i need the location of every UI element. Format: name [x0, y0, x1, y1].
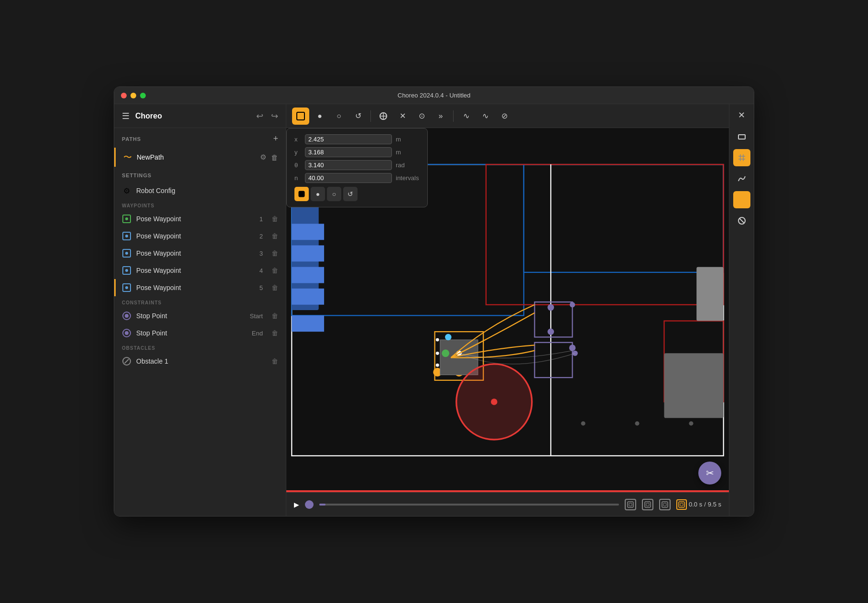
- svg-rect-46: [662, 502, 668, 507]
- waypoint-delete-3[interactable]: 🗑: [271, 249, 278, 257]
- waypoint-item-2[interactable]: Pose Waypoint 2 🗑: [114, 227, 286, 245]
- svg-rect-55: [738, 196, 745, 203]
- tool-noentry-button[interactable]: ⊘: [496, 108, 513, 125]
- content-area: ● ○ ↺ ✕ ⊙ » ∿ ∿ ⊘: [286, 104, 729, 516]
- timeline-marker-3[interactable]: [659, 499, 671, 510]
- menu-icon[interactable]: ☰: [122, 111, 130, 121]
- svg-point-24: [442, 349, 449, 357]
- tool-circle-outline-button[interactable]: ○: [330, 108, 347, 125]
- constraint-label-start: Stop Point: [136, 312, 245, 320]
- title-bar: Choreo 2024.0.4 - Untitled: [114, 87, 754, 104]
- constraint-delete-end[interactable]: 🗑: [271, 329, 278, 337]
- play-button[interactable]: ▶: [294, 501, 299, 508]
- add-path-button[interactable]: +: [273, 134, 278, 144]
- tool-chartline-button[interactable]: ∿: [477, 108, 494, 125]
- timeline-time-display: 0.0 s / 9.5 s: [676, 499, 721, 510]
- popup-theta-input[interactable]: [305, 160, 392, 170]
- tool-fastforward-button[interactable]: »: [432, 108, 449, 125]
- nav-icons: ↩ ↪: [256, 111, 278, 121]
- obstacle-delete-1[interactable]: 🗑: [271, 357, 278, 365]
- path-item-newpath[interactable]: 〜 NewPath ⚙ 🗑: [114, 148, 286, 167]
- popup-rotate-button[interactable]: ↺: [343, 187, 358, 201]
- waypoint-item-5[interactable]: Pose Waypoint 5 🗑: [114, 279, 286, 296]
- robot-config-item[interactable]: ⚙ Robot Config: [114, 182, 286, 199]
- maximize-button[interactable]: [140, 93, 146, 98]
- app-name: Choreo: [135, 112, 162, 120]
- popup-x-row: x m: [294, 134, 420, 144]
- close-button[interactable]: [121, 93, 127, 98]
- waypoint-item-3[interactable]: Pose Waypoint 3 🗑: [114, 245, 286, 262]
- robot-config-icon: ⚙: [122, 186, 131, 195]
- paths-section-header: PATHS +: [114, 128, 286, 148]
- svg-point-35: [491, 398, 498, 405]
- fab-button[interactable]: ✂: [698, 462, 721, 485]
- svg-rect-19: [664, 353, 723, 418]
- viewport[interactable]: x m y m θ rad n: [286, 128, 729, 492]
- path-name: NewPath: [137, 153, 255, 161]
- popup-theta-label: θ: [294, 162, 301, 169]
- sidebar-header: ☰ Choreo ↩ ↪: [114, 104, 286, 128]
- timeline-track[interactable]: [319, 504, 619, 506]
- popup-x-label: x: [294, 136, 301, 143]
- popup-x-input[interactable]: [305, 134, 392, 144]
- constraint-delete-start[interactable]: 🗑: [271, 312, 278, 320]
- waypoints-label: WAYPOINTS: [114, 199, 286, 210]
- constraint-stop-start[interactable]: Stop Point Start 🗑: [114, 307, 286, 324]
- popup-n-row: n intervals: [294, 173, 420, 183]
- tool-record-button[interactable]: ⊙: [413, 108, 430, 125]
- waypoint-delete-2[interactable]: 🗑: [271, 232, 278, 240]
- svg-rect-44: [645, 502, 651, 507]
- waypoint-item-1[interactable]: Pose Waypoint 1 🗑: [114, 210, 286, 227]
- tool-compass-button[interactable]: [375, 108, 392, 125]
- waypoint-icon-3: [122, 248, 131, 258]
- app-window: Choreo 2024.0.4 - Untitled ☰ Choreo ↩ ↪ …: [114, 86, 754, 517]
- sidebar: ☰ Choreo ↩ ↪ PATHS + 〜 NewPath: [114, 104, 286, 516]
- svg-rect-45: [646, 503, 649, 506]
- svg-rect-50: [738, 135, 745, 139]
- popup-n-input[interactable]: [305, 173, 392, 183]
- popup-select-button[interactable]: [294, 187, 309, 201]
- undo-icon[interactable]: ↩: [256, 111, 263, 121]
- svg-rect-13: [292, 224, 324, 240]
- right-tool-waypoint[interactable]: [733, 191, 750, 208]
- tool-close-button[interactable]: ✕: [394, 108, 411, 125]
- svg-rect-4: [299, 191, 304, 197]
- tool-rotate-button[interactable]: ↺: [349, 108, 367, 125]
- right-tool-grid[interactable]: [733, 149, 750, 166]
- minimize-button[interactable]: [130, 93, 136, 98]
- waypoint-item-4[interactable]: Pose Waypoint 4 🗑: [114, 262, 286, 279]
- redo-icon[interactable]: ↪: [271, 111, 278, 121]
- tool-circle-filled-button[interactable]: ●: [311, 108, 328, 125]
- timeline-marker-2[interactable]: [642, 499, 653, 510]
- toolbar-separator-2: [453, 110, 454, 122]
- right-tool-noentry[interactable]: [733, 212, 750, 229]
- stop-point-end-icon: [122, 328, 131, 338]
- path-settings-button[interactable]: ⚙: [260, 153, 266, 162]
- right-panel-close-button[interactable]: ✕: [738, 110, 745, 120]
- obstacles-label: OBSTACLES: [114, 342, 286, 353]
- popup-circle-outline-button[interactable]: ○: [327, 187, 341, 201]
- toolbar: ● ○ ↺ ✕ ⊙ » ∿ ∿ ⊘: [286, 104, 729, 128]
- settings-label: SETTINGS: [122, 172, 152, 178]
- right-tool-path[interactable]: [733, 170, 750, 187]
- waypoint-delete-1[interactable]: 🗑: [271, 215, 278, 223]
- path-delete-button[interactable]: 🗑: [271, 153, 278, 162]
- tool-select-button[interactable]: [292, 108, 309, 125]
- waypoint-popup: x m y m θ rad n: [286, 128, 428, 207]
- popup-y-input[interactable]: [305, 147, 392, 157]
- popup-circle-filled-button[interactable]: ●: [311, 187, 325, 201]
- timeline-marker-1[interactable]: [625, 499, 636, 510]
- obstacle-item-1[interactable]: Obstacle 1 🗑: [114, 353, 286, 370]
- timeline-thumb[interactable]: [305, 500, 314, 509]
- waypoint-delete-4[interactable]: 🗑: [271, 267, 278, 274]
- svg-rect-0: [297, 112, 304, 120]
- constraint-stop-end[interactable]: Stop Point End 🗑: [114, 324, 286, 342]
- waypoint-delete-5[interactable]: 🗑: [271, 284, 278, 291]
- svg-rect-15: [292, 267, 324, 283]
- tool-wave-button[interactable]: ∿: [457, 108, 475, 125]
- right-tool-rect[interactable]: [733, 128, 750, 145]
- waypoint-number-4: 4: [260, 267, 263, 274]
- waypoint-icon-1: [122, 214, 131, 224]
- svg-rect-47: [663, 503, 666, 506]
- svg-rect-17: [292, 315, 324, 332]
